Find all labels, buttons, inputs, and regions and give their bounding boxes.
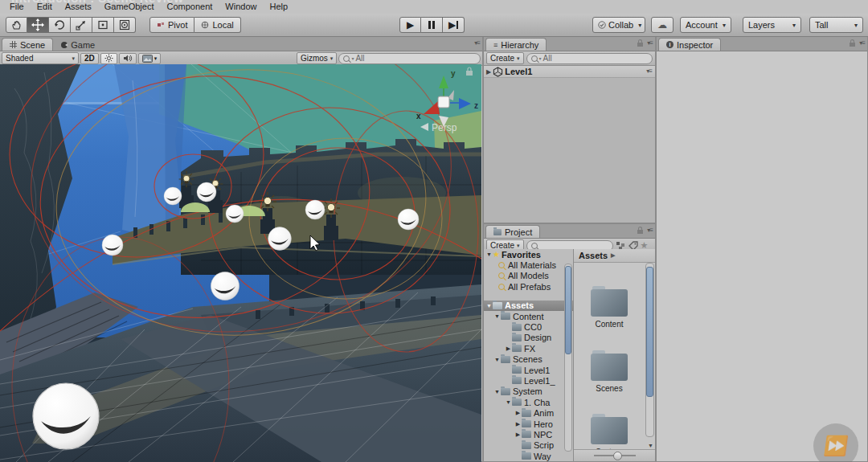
rotate-icon [53, 18, 66, 31]
grid-scrollbar[interactable] [645, 263, 654, 437]
asset-tile-scenes[interactable]: Scenes [574, 354, 645, 393]
pivot-toggle-button[interactable]: Pivot [149, 17, 194, 33]
move-tool-button[interactable] [27, 17, 49, 33]
tree-scrollbar-thumb[interactable] [565, 266, 571, 354]
lock-icon[interactable] [850, 43, 855, 47]
scene-search-input[interactable]: ▾ All [338, 53, 481, 64]
rect-tool-icon [96, 18, 109, 31]
local-toggle-button[interactable]: Local [194, 17, 240, 33]
gizmos-dropdown[interactable]: Gizmos▾ [297, 52, 337, 64]
item-menu-icon[interactable]: ▾≡ [646, 67, 652, 75]
tree-item-assets[interactable]: ▼Assets [484, 301, 573, 311]
account-dropdown[interactable]: Account▾ [680, 17, 731, 33]
tree-item-content[interactable]: ▼Content [484, 311, 573, 321]
search-icon [531, 55, 538, 62]
search-query-icon [498, 262, 505, 268]
slider-track [594, 455, 636, 456]
hierarchy-search-value: All [543, 54, 552, 63]
collab-dropdown[interactable]: Collab ▾ [592, 17, 645, 33]
hierarchy-search-input[interactable]: ▾ All [526, 53, 653, 64]
tree-scrollbar[interactable] [564, 264, 572, 452]
effects-dropdown-button[interactable]: ▾ [138, 53, 162, 64]
expand-arrow-icon[interactable]: ▶ [486, 68, 491, 76]
step-button[interactable]: ▶ [443, 17, 465, 33]
tree-item-level1b[interactable]: Level1_ [484, 375, 573, 386]
breadcrumb-caret-icon: ▶ [611, 252, 615, 259]
slider-knob[interactable] [613, 452, 622, 460]
toggle-2d-button[interactable]: 2D [80, 53, 99, 64]
tree-item-way[interactable]: Way [484, 451, 573, 461]
project-folder-icon [493, 229, 502, 235]
panel-menu-icon[interactable]: ▾≡ [647, 39, 653, 47]
hierarchy-tab-label: Hierarchy [501, 40, 538, 50]
tree-item-all-materials[interactable]: All Materials [484, 260, 573, 270]
folder-icon [501, 313, 510, 320]
tab-inspector[interactable]: i Inspector [658, 38, 721, 51]
scale-tool-button[interactable] [71, 17, 92, 33]
tree-item-fx[interactable]: ▶FX [484, 343, 573, 354]
asset-tile-content[interactable]: Content [574, 289, 645, 329]
breadcrumb-assets[interactable]: Assets [579, 251, 608, 260]
icon-size-slider[interactable] [574, 449, 655, 461]
rotate-tool-button[interactable] [49, 17, 71, 33]
shading-mode-dropdown[interactable]: Shaded▾ [2, 52, 79, 64]
image-icon [142, 55, 153, 63]
layout-dropdown[interactable]: Tall▾ [809, 17, 863, 33]
tree-item-hero[interactable]: ▶Hero [484, 419, 573, 429]
search-filter-caret-icon: ▾ [351, 55, 354, 61]
tab-hierarchy[interactable]: ≡ Hierarchy [485, 38, 547, 51]
menu-help[interactable]: Help [263, 0, 294, 14]
lock-icon[interactable] [637, 230, 643, 234]
hand-tool-button[interactable] [6, 17, 27, 33]
tab-project[interactable]: Project [485, 225, 540, 238]
hand-icon [10, 19, 23, 31]
panel-menu-icon[interactable]: ▾≡ [647, 227, 653, 234]
project-tabstrip: Project ▾≡ [484, 224, 655, 239]
main-toolbar: Pivot Local ▶ ▶ Collab ▾ ☁ [0, 14, 868, 37]
hierarchy-item-level1[interactable]: ▶ Level1 ▾≡ [484, 66, 655, 78]
effects-caret-icon: ▾ [154, 55, 158, 62]
search-icon [343, 55, 350, 62]
lighting-toggle-button[interactable] [100, 53, 117, 64]
tree-item-favorites[interactable]: ▼★Favorites [484, 249, 573, 260]
lock-icon[interactable] [637, 43, 643, 47]
tree-item-level1[interactable]: Level1 [484, 365, 573, 375]
scene-viewport[interactable]: y z x Persp [0, 64, 481, 462]
hierarchy-toolbar: Create▾ ▾ All [484, 51, 655, 66]
tree-item-scenes[interactable]: ▼Scenes [484, 354, 573, 365]
grid-scrollbar-thumb[interactable] [646, 267, 653, 397]
project-panel: Project ▾≡ Create▾ ★ ▼★ [483, 223, 656, 462]
tree-item-scrip[interactable]: Scrip [484, 440, 573, 451]
tree-item-1-cha[interactable]: ▼1. Cha [484, 397, 573, 407]
tab-scene[interactable]: Scene [2, 38, 53, 51]
scroll-down-arrow[interactable]: ▼ [648, 443, 653, 448]
tree-item-anim[interactable]: ▶Anim [484, 407, 573, 418]
transform-tool-button[interactable] [114, 17, 136, 33]
pause-button[interactable] [421, 17, 443, 33]
tree-item-all-prefabs[interactable]: All Prefabs [484, 281, 573, 292]
layers-dropdown[interactable]: Layers▾ [743, 17, 801, 33]
breadcrumb: Assets ▶ [574, 249, 655, 263]
tree-item-npc[interactable]: ▶NPC [484, 429, 573, 440]
cloud-button[interactable]: ☁ [651, 17, 674, 33]
speaker-icon [123, 54, 133, 63]
folder-icon [501, 388, 510, 395]
tab-game[interactable]: Game [53, 38, 103, 51]
tree-item-design[interactable]: Design [484, 333, 573, 343]
scene-search-value: All [355, 54, 364, 63]
audio-toggle-button[interactable] [119, 53, 137, 64]
tree-item-system[interactable]: ▼System [484, 386, 573, 397]
rect-tool-button[interactable] [92, 17, 114, 33]
pivot-label: Pivot [168, 20, 187, 30]
tree-item-cc0[interactable]: CC0 [484, 321, 573, 332]
panel-menu-icon[interactable]: ▾≡ [859, 39, 865, 47]
folder-icon [512, 399, 522, 406]
hierarchy-create-dropdown[interactable]: Create▾ [486, 52, 524, 64]
pivot-icon [157, 21, 165, 29]
info-icon: i [666, 41, 674, 48]
folder-icon [591, 354, 628, 381]
play-button[interactable]: ▶ [399, 17, 421, 33]
menu-window[interactable]: Window [219, 0, 263, 14]
tree-item-all-models[interactable]: All Models [484, 271, 573, 281]
panel-menu-icon[interactable]: ▾≡ [474, 39, 480, 47]
